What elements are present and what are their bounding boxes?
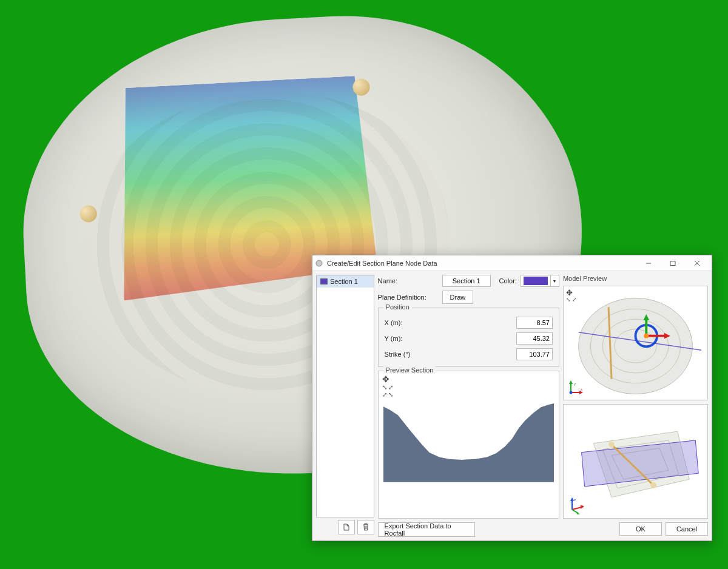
delete-section-button[interactable] — [357, 520, 374, 534]
zoom-icon[interactable]: ⤡ ⤢ — [566, 297, 578, 303]
zoom-in-icon[interactable]: ⤡ ⤢ — [382, 385, 555, 391]
x-label: X (m): — [385, 319, 516, 326]
axis-triad-3d-icon: z — [567, 496, 585, 514]
preview-section-legend: Preview Section — [383, 366, 436, 374]
position-legend: Position — [383, 303, 412, 311]
strike-input[interactable] — [516, 348, 553, 360]
y-input[interactable] — [516, 332, 553, 345]
preview-section-panel: Preview Section ✥ ⤡ ⤢ ⤢ ⤡ — [378, 371, 559, 519]
svg-marker-28 — [581, 505, 584, 509]
name-label: Name: — [378, 277, 439, 284]
preview-nav-controls[interactable]: ✥ ⤡ ⤢ ⤢ ⤡ — [382, 375, 555, 398]
axis-triad-icon: y x — [567, 378, 585, 396]
svg-text:y: y — [574, 382, 576, 386]
section-item-label: Section 1 — [330, 278, 358, 285]
section-color-swatch — [320, 278, 328, 284]
pan-icon[interactable]: ✥ — [382, 375, 555, 383]
sections-list-item[interactable]: Section 1 — [317, 275, 374, 288]
minimize-button[interactable] — [636, 255, 661, 271]
cancel-button[interactable]: Cancel — [666, 522, 708, 536]
seeder-sphere-right — [352, 78, 370, 96]
svg-text:z: z — [574, 498, 576, 502]
dialog-titlebar: Create/Edit Section Plane Node Data — [312, 255, 712, 271]
plane-definition-label: Plane Definition: — [378, 294, 439, 301]
color-picker[interactable]: ▾ — [521, 275, 559, 287]
svg-point-15 — [644, 334, 649, 338]
section-profile-chart — [383, 397, 554, 482]
dialog-title: Create/Edit Section Plane Node Data — [327, 260, 636, 267]
section-plane-dialog: Create/Edit Section Plane Node Data Sect… — [312, 255, 712, 541]
svg-marker-17 — [569, 380, 573, 384]
color-label: Color: — [499, 277, 517, 284]
y-label: Y (m): — [385, 335, 516, 342]
x-input[interactable] — [516, 317, 553, 329]
model-preview-label: Model Preview — [563, 275, 708, 282]
pan-icon[interactable]: ✥ — [566, 289, 578, 297]
sections-list-column: Section 1 — [316, 275, 374, 537]
svg-rect-2 — [670, 261, 675, 265]
sections-list[interactable]: Section 1 — [316, 275, 374, 517]
draw-button[interactable]: Draw — [442, 291, 474, 304]
svg-point-24 — [650, 482, 656, 488]
model-preview-top[interactable]: ✥ ⤡ ⤢ — [563, 286, 708, 400]
svg-marker-30 — [576, 511, 580, 514]
position-fieldset: Position X (m): Y (m): Strike (°) — [378, 308, 559, 367]
svg-point-23 — [608, 442, 615, 448]
name-input[interactable] — [442, 275, 491, 287]
close-button[interactable] — [685, 255, 709, 271]
color-chip — [524, 277, 548, 285]
svg-line-27 — [572, 507, 582, 510]
svg-point-0 — [316, 260, 322, 266]
preview-nav-controls-top[interactable]: ✥ ⤡ ⤢ — [566, 289, 578, 303]
app-icon — [315, 259, 323, 268]
svg-point-20 — [569, 391, 572, 394]
export-button[interactable]: Export Section Data to Rocfall — [378, 522, 475, 537]
dropdown-arrow-icon: ▾ — [550, 275, 559, 286]
add-section-button[interactable] — [338, 520, 355, 534]
ok-button[interactable]: OK — [619, 522, 662, 536]
svg-text:x: x — [581, 388, 582, 391]
model-preview-3d[interactable]: z — [563, 404, 708, 519]
maximize-button[interactable] — [661, 255, 685, 271]
strike-label: Strike (°) — [385, 351, 516, 358]
